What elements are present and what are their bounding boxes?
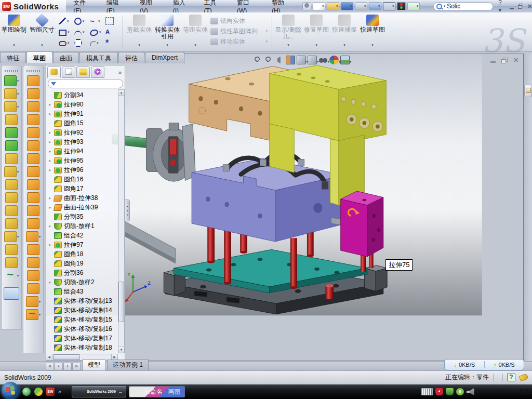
surface-tool-button[interactable] xyxy=(27,75,39,86)
view-tool-icon[interactable] xyxy=(308,56,317,64)
feature-tool-button[interactable] xyxy=(5,127,18,138)
view-tool-icon[interactable] xyxy=(297,56,306,64)
surface-tool-button[interactable] xyxy=(27,153,39,164)
feature-tool-button[interactable] xyxy=(5,114,18,125)
feature-tool-button[interactable] xyxy=(5,205,18,216)
surface-tool-button[interactable] xyxy=(27,218,39,229)
quick-launch-icon[interactable] xyxy=(22,388,31,396)
chevron-down-icon[interactable]: ▾ xyxy=(444,4,446,8)
surface-tool-button[interactable] xyxy=(27,166,39,177)
taskbar-clock[interactable]: 9:41 xyxy=(520,388,532,395)
panel-tab[interactable] xyxy=(62,66,75,78)
search-value[interactable]: Solic xyxy=(447,3,460,10)
tree-item[interactable]: 实体-移动/复制15 xyxy=(46,315,125,324)
tree-filter-input[interactable] xyxy=(48,79,123,88)
tree-item[interactable]: 分割35 xyxy=(46,212,125,221)
tree-item[interactable]: 拉伸95 xyxy=(46,156,125,165)
feature-tool-button[interactable] xyxy=(5,244,18,255)
commandmanager-tab[interactable]: 特征 xyxy=(0,52,26,63)
quick-tips-icon[interactable]: ? xyxy=(507,374,515,381)
doc-minimize-icon[interactable] xyxy=(490,61,496,63)
document-tab[interactable]: 运动算例 1 xyxy=(107,360,149,370)
panel-tab[interactable] xyxy=(76,66,90,78)
tree-item[interactable]: 切除-放样1 xyxy=(46,221,125,231)
toolbar-icon[interactable] xyxy=(341,2,353,10)
scrollbar-thumb[interactable] xyxy=(53,354,80,360)
feature-tool-button[interactable] xyxy=(5,153,18,164)
tree-item[interactable]: 实体-移动/复制13 xyxy=(46,296,125,305)
expand-arrow-icon[interactable] xyxy=(49,242,54,247)
cmd-button[interactable]: 快速草图 xyxy=(359,15,386,48)
commandmanager-tab[interactable]: 评估 xyxy=(118,52,144,63)
panel-tab[interactable] xyxy=(91,66,104,78)
cmd-button[interactable]: 转换实体引用 xyxy=(154,15,181,48)
sketch-entity-button[interactable] xyxy=(104,26,119,37)
tray-icon[interactable] xyxy=(421,388,433,395)
tree-item[interactable]: 拉伸92 xyxy=(46,128,125,137)
expand-arrow-icon[interactable] xyxy=(49,167,54,172)
tree-item[interactable]: 拉伸96 xyxy=(46,165,125,175)
tree-item[interactable]: 分割34 xyxy=(46,90,125,100)
task-pane-tab[interactable] xyxy=(524,85,532,97)
doc-restore-icon[interactable] xyxy=(501,58,508,63)
quick-launch-icon[interactable]: » xyxy=(58,388,66,396)
sketch-entity-button[interactable] xyxy=(104,37,119,48)
expand-arrow-icon[interactable] xyxy=(49,223,54,229)
tree-item[interactable]: 曲面-拉伸39 xyxy=(46,203,125,212)
cmd-button[interactable]: 镜向实体 xyxy=(210,16,269,26)
cmd-button[interactable]: 等距实体 xyxy=(182,15,209,48)
quick-launch-icon[interactable] xyxy=(34,388,43,396)
surface-tool-button[interactable] xyxy=(27,192,39,203)
feature-tool-button[interactable] xyxy=(5,257,18,268)
expand-arrow-icon[interactable] xyxy=(49,149,54,154)
cmd-button[interactable]: 移动实体 xyxy=(210,36,269,47)
tree-item[interactable]: 实体-移动/复制18 xyxy=(46,343,125,352)
last-tab-icon[interactable]: » xyxy=(72,363,81,370)
surface-tool-button[interactable] xyxy=(26,296,41,307)
tray-icon[interactable] xyxy=(435,388,443,395)
feature-tool-button[interactable] xyxy=(4,287,19,300)
sketch-entity-button[interactable] xyxy=(57,16,73,26)
tray-icon[interactable] xyxy=(498,388,506,395)
feature-tool-button[interactable] xyxy=(5,179,18,190)
tray-icon[interactable] xyxy=(467,388,474,395)
surface-tool-button[interactable] xyxy=(27,140,39,151)
sketch-entity-button[interactable] xyxy=(73,26,88,37)
tree-item[interactable]: 拉伸93 xyxy=(46,137,125,147)
surface-tool-button[interactable] xyxy=(27,283,39,294)
next-tab-icon[interactable]: › xyxy=(63,363,72,370)
feature-tool-button[interactable] xyxy=(4,88,19,99)
feature-tool-button[interactable] xyxy=(4,231,19,242)
feature-tool-button[interactable] xyxy=(5,140,18,151)
surface-tool-button[interactable] xyxy=(27,179,39,190)
tree-item[interactable]: 组合43 xyxy=(46,287,125,296)
feature-tool-button[interactable] xyxy=(5,218,18,229)
commandmanager-tab[interactable]: 曲面 xyxy=(53,52,79,63)
panel-splitter-handle[interactable]: ◂◂◂ xyxy=(125,200,129,221)
scroll-left-icon[interactable] xyxy=(46,354,52,361)
surface-tool-button[interactable] xyxy=(27,88,39,99)
surface-tool-button[interactable] xyxy=(27,114,39,125)
surface-tool-button[interactable] xyxy=(27,127,39,138)
toolbar-icon[interactable] xyxy=(369,2,381,10)
surface-tool-button[interactable] xyxy=(26,309,41,320)
expand-arrow-icon[interactable] xyxy=(49,111,54,116)
model-magenta-block[interactable] xyxy=(341,191,383,257)
surface-tool-button[interactable] xyxy=(27,244,39,255)
expand-arrow-icon[interactable] xyxy=(49,280,54,285)
view-tool-icon[interactable] xyxy=(286,56,295,64)
sketch-entity-button[interactable] xyxy=(88,16,104,26)
tree-item[interactable]: 拉伸90 xyxy=(46,100,125,109)
view-tool-icon[interactable] xyxy=(264,56,273,64)
tree-item[interactable]: 拉伸91 xyxy=(46,109,125,118)
view-tool-icon[interactable] xyxy=(253,56,262,64)
toolbar-icon[interactable] xyxy=(327,2,339,10)
minimize-icon[interactable] xyxy=(510,8,514,9)
toolbar-icon[interactable] xyxy=(407,2,420,10)
expand-arrow-icon[interactable] xyxy=(49,130,54,135)
view-tool-icon[interactable] xyxy=(318,56,328,64)
feature-tool-button[interactable] xyxy=(4,75,19,86)
scroll-down-icon[interactable] xyxy=(118,347,125,353)
view-tool-icon[interactable] xyxy=(275,56,284,64)
close-icon[interactable] xyxy=(527,3,532,10)
